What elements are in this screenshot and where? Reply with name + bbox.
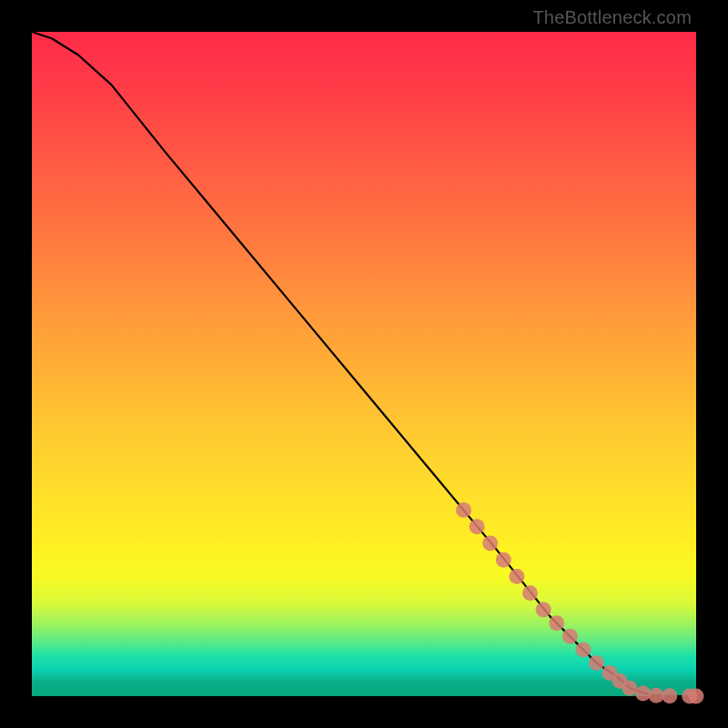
- data-marker: [522, 585, 538, 601]
- chart-frame: TheBottleneck.com: [0, 0, 728, 728]
- data-marker: [470, 519, 485, 534]
- data-marker: [549, 615, 564, 631]
- data-marker: [456, 502, 471, 518]
- data-marker: [575, 642, 591, 657]
- data-marker: [482, 536, 498, 551]
- data-marker: [509, 569, 524, 584]
- data-marker: [662, 688, 677, 703]
- curve-line: [32, 32, 696, 696]
- data-marker: [562, 629, 578, 644]
- curve-markers: [456, 502, 704, 703]
- data-marker: [649, 688, 664, 703]
- data-marker: [496, 552, 511, 568]
- plot-area: [32, 32, 696, 696]
- chart-svg: [32, 32, 696, 696]
- data-marker: [622, 681, 638, 696]
- data-marker: [536, 602, 551, 618]
- data-marker: [589, 655, 604, 671]
- data-marker: [689, 689, 704, 704]
- data-marker: [635, 686, 651, 702]
- watermark-text: TheBottleneck.com: [532, 7, 692, 28]
